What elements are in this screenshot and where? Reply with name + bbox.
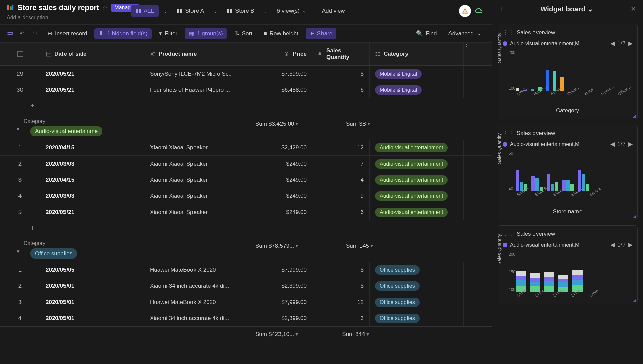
cell-qty[interactable]: 12 [312, 294, 370, 310]
cell-date[interactable]: 2020/05/21 [40, 204, 144, 220]
cell-qty[interactable]: 6 [312, 204, 370, 220]
cell-product[interactable]: Huawei MateBook X 2020 [144, 262, 255, 278]
cell-price[interactable]: $249.00 [255, 172, 312, 188]
cell-qty[interactable]: 9 [312, 188, 370, 204]
cell-product[interactable]: Xiaomi Xiaoai Speaker [144, 140, 255, 155]
cell-qty[interactable]: 5 [312, 262, 370, 278]
footer-sum-qty[interactable]: Sum 844▾ [342, 331, 369, 338]
add-view-button[interactable]: + Add view [312, 5, 349, 17]
cell-product[interactable]: Huawei MateBook X 2020 [144, 294, 255, 310]
hidden-fields-button[interactable]: 👁 1 hidden field(s) [94, 28, 152, 39]
tab-all[interactable]: ALL [131, 5, 159, 17]
group-value-pill[interactable]: Audio-visual entertainme [30, 126, 102, 136]
cell-category[interactable]: Office supplies [370, 278, 464, 294]
tab-more-icon[interactable]: ⋮ [261, 7, 271, 14]
table-row[interactable]: 3 2020/05/01 Huawei MateBook X 2020 $7,9… [0, 294, 492, 310]
drag-handle-icon[interactable]: ⋮⋮ [503, 29, 514, 36]
table-row[interactable]: 4 2020/03/03 Xiaomi Xiaoai Speaker $249.… [0, 188, 492, 204]
tab-store-b[interactable]: Store B [222, 5, 259, 17]
cell-date[interactable]: 2020/05/01 [40, 278, 144, 294]
close-panel-button[interactable]: ✕ [631, 5, 636, 13]
cell-category[interactable]: Office supplies [370, 262, 464, 278]
cell-date[interactable]: 2020/05/21 [40, 82, 144, 98]
groups-button[interactable]: ▦ 1 group(s) [185, 28, 227, 39]
cell-category[interactable]: Audio-visual entertainment [370, 172, 464, 188]
cell-product[interactable]: Sony/Sony ILCE-7M2 Micro Si... [144, 66, 255, 82]
cell-category[interactable]: Office supplies [370, 294, 464, 310]
doc-title[interactable]: Store sales daily report [17, 3, 99, 12]
chart-prev-button[interactable]: ◀ [610, 40, 615, 47]
cell-date[interactable]: 2020/04/15 [40, 140, 144, 155]
resize-handle[interactable] [633, 215, 636, 218]
table-row[interactable]: 1 2020/04/15 Xiaomi Xiaoai Speaker $2,42… [0, 140, 492, 156]
cell-product[interactable]: Xiaomi Xiaoai Speaker [144, 204, 255, 220]
table-row[interactable]: 3 2020/04/15 Xiaomi Xiaoai Speaker $249.… [0, 172, 492, 188]
column-date[interactable]: Date of sale [40, 43, 144, 65]
chart-prev-button[interactable]: ◀ [610, 241, 615, 248]
views-dropdown[interactable]: 6 view(s) ⌄ [273, 5, 310, 17]
app-logo-button[interactable] [459, 5, 471, 17]
group-sum-price[interactable]: Sum $78,579...▾ [255, 242, 298, 249]
group-value-pill[interactable]: Office supplies [30, 248, 77, 259]
find-button[interactable]: 🔍 Find [412, 28, 441, 39]
redo-button[interactable]: ↷ [30, 29, 40, 38]
footer-sum-price[interactable]: Sum $423,10...▾ [255, 331, 298, 338]
cell-price[interactable]: $7,999.00 [255, 294, 312, 310]
cell-qty[interactable]: 4 [312, 172, 370, 188]
add-row-button[interactable]: + [0, 220, 492, 236]
collapse-icon[interactable]: ▾ [17, 126, 20, 133]
cell-date[interactable]: 2020/04/15 [40, 172, 144, 188]
cell-category[interactable]: Audio-visual entertainment [370, 188, 464, 204]
cell-product[interactable]: Xiaomi Xiaoai Speaker [144, 156, 255, 172]
cell-category[interactable]: Mobile & Digital [370, 82, 464, 98]
cell-date[interactable]: 2020/03/03 [40, 188, 144, 204]
tab-store-a[interactable]: Store A [172, 5, 209, 17]
add-widget-button[interactable]: + [499, 5, 503, 13]
cell-product[interactable]: Xiaomi Xiaoai Speaker [144, 188, 255, 204]
table-row[interactable]: 4 2020/05/01 Xiaomi 34 inch accurate 4k … [0, 310, 492, 326]
table-row[interactable]: 1 2020/05/05 Huawei MateBook X 2020 $7,9… [0, 262, 492, 278]
drag-handle-icon[interactable]: ⋮⋮ [503, 230, 514, 237]
cell-category[interactable]: Audio-visual entertainment [370, 204, 464, 220]
resize-handle[interactable] [633, 299, 636, 302]
cell-price[interactable]: $7,999.00 [255, 262, 312, 278]
cell-price[interactable]: $249.00 [255, 188, 312, 204]
column-qty[interactable]: # Sales Quantity [312, 43, 370, 65]
cell-price[interactable]: $249.00 [255, 156, 312, 172]
cell-product[interactable]: Xiaomi 34 inch accurate 4k di... [144, 278, 255, 294]
column-category[interactable]: Category [370, 43, 464, 65]
chart-prev-button[interactable]: ◀ [610, 141, 615, 148]
cell-product[interactable]: Xiaomi Xiaoai Speaker [144, 172, 255, 188]
cell-qty[interactable]: 5 [312, 66, 370, 82]
column-price[interactable]: ¥ Price [255, 43, 312, 65]
description-placeholder[interactable]: Add a description [7, 15, 139, 21]
resize-handle[interactable] [633, 114, 636, 118]
cell-category[interactable]: Audio-visual entertainment [370, 156, 464, 172]
advanced-button[interactable]: Advanced ⌄ [444, 28, 485, 39]
column-options-icon[interactable]: ⋮ [464, 43, 474, 65]
cell-qty[interactable]: 3 [312, 310, 370, 326]
table-row[interactable]: 2 2020/03/03 Xiaomi Xiaoai Speaker $249.… [0, 156, 492, 172]
cell-date[interactable]: 2020/05/05 [40, 262, 144, 278]
select-all-checkbox[interactable] [0, 43, 40, 65]
widget-board-title[interactable]: Widget board ⌄ [508, 5, 626, 13]
cell-product[interactable]: Four shots of Huawei P40pro ... [144, 82, 255, 98]
sync-button[interactable] [473, 5, 485, 17]
cell-product[interactable]: Xiaomi 34 inch accurate 4k di... [144, 310, 255, 326]
group-sum-qty[interactable]: Sum 38▾ [346, 120, 370, 127]
collapse-icon[interactable]: ▾ [17, 248, 20, 255]
chart-next-button[interactable]: ▶ [628, 40, 633, 47]
row-height-button[interactable]: ≡ Row height [260, 28, 302, 39]
drag-handle-icon[interactable]: ⋮⋮ [503, 130, 514, 137]
table-row[interactable]: 30 2020/05/21 Four shots of Huawei P40pr… [0, 82, 492, 98]
cell-date[interactable]: 2020/05/01 [40, 310, 144, 326]
cell-qty[interactable]: 5 [312, 278, 370, 294]
cell-category[interactable]: Audio-visual entertainment [370, 140, 464, 155]
sort-button[interactable]: ⇅ Sort [230, 28, 256, 39]
cell-qty[interactable]: 6 [312, 82, 370, 98]
cell-price[interactable]: $6,488.00 [255, 82, 312, 98]
star-icon[interactable]: ☆ [102, 4, 108, 11]
chart-next-button[interactable]: ▶ [628, 141, 633, 148]
table-row[interactable]: 29 2020/05/21 Sony/Sony ILCE-7M2 Micro S… [0, 66, 492, 82]
add-row-button[interactable]: + [0, 98, 492, 113]
